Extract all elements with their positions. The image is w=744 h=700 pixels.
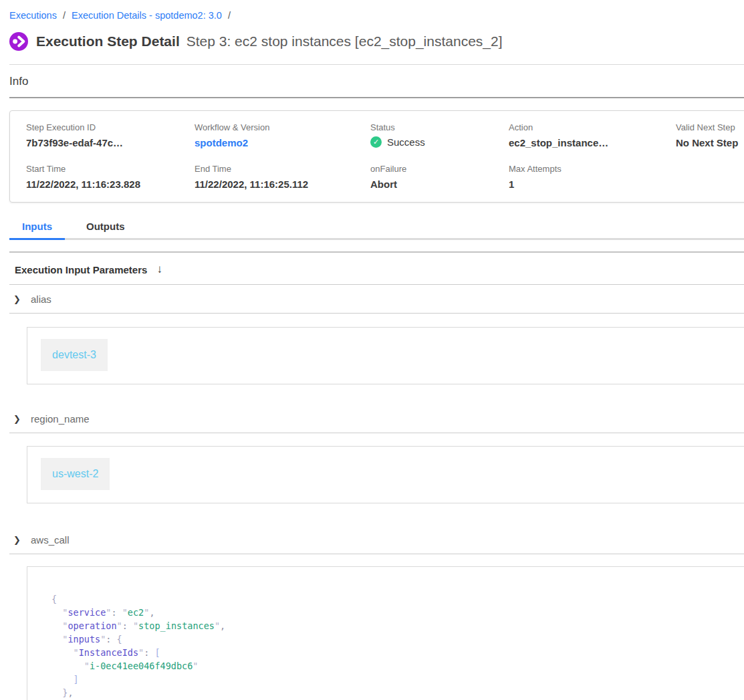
field-label: onFailure (370, 164, 509, 174)
param-header-alias[interactable]: ❯ alias (9, 285, 744, 314)
field-max-attempts: Max Attempts 1 (509, 164, 676, 190)
field-workflow-version: Workflow & Version spotdemo2 (195, 122, 370, 148)
field-action: Action ec2_stop_instance… (509, 122, 676, 148)
code-line: "service": "ec2", (51, 606, 741, 619)
code-line: "inputs": { (51, 632, 741, 646)
field-label: End Time (195, 164, 370, 174)
info-card: Step Execution ID 7b73f93e-edaf-47c… Wor… (9, 110, 744, 203)
code-line: { (51, 592, 741, 606)
param-name: region_name (31, 413, 90, 425)
workflow-link[interactable]: spotdemo2 (195, 137, 248, 148)
field-label: Valid Next Step (676, 122, 741, 132)
field-label: Max Attempts (509, 164, 676, 174)
field-value: No Next Step (676, 137, 741, 148)
field-value: 11/22/2022, 11:16:23.828 (26, 179, 195, 190)
tab-inputs[interactable]: Inputs (9, 216, 65, 240)
field-empty (676, 164, 741, 190)
param-name: aws_call (31, 534, 70, 546)
param-content-alias: devtest-3 (27, 327, 744, 384)
page-header: Execution Step Detail Step 3: ec2 stop i… (9, 30, 744, 53)
tab-outputs[interactable]: Outputs (74, 216, 138, 240)
field-value: ec2_stop_instance… (509, 137, 676, 148)
execution-input-parameters-title: Execution Input Parameters (15, 264, 147, 275)
tabbar: Inputs Outputs (9, 216, 744, 240)
code-line: "operation": "stop_instances", (51, 619, 741, 632)
code-line: }, (51, 686, 741, 699)
field-label: Status (370, 122, 509, 132)
field-label: Start Time (26, 164, 195, 174)
breadcrumb-link-executions[interactable]: Executions (9, 10, 57, 21)
region-name-value-chip: us-west-2 (41, 458, 110, 490)
field-onfailure: onFailure Abort (370, 164, 509, 190)
field-valid-next-step: Valid Next Step No Next Step (676, 122, 741, 148)
code-line: "InstanceIds": [ (51, 646, 741, 659)
field-value: Abort (370, 179, 509, 190)
divider (9, 64, 744, 65)
field-end-time: End Time 11/22/2022, 11:16:25.112 (195, 164, 370, 190)
field-step-execution-id: Step Execution ID 7b73f93e-edaf-47c… (26, 122, 195, 148)
field-value: 1 (509, 179, 676, 190)
alias-value-chip: devtest-3 (41, 339, 108, 371)
page-subtitle: Step 3: ec2 stop instances [ec2_stop_ins… (187, 33, 503, 49)
breadcrumb-link-execution-details[interactable]: Execution Details - spotdemo2: 3.0 (72, 10, 222, 21)
field-value: 11/22/2022, 11:16:25.112 (195, 179, 370, 190)
breadcrumb-separator: / (228, 10, 231, 21)
field-status: Status ✓ Success (370, 122, 509, 148)
json-code: { "service": "ec2", "operation": "stop_i… (51, 592, 741, 700)
code-line: "i-0ec41ee046f49dbc6" (51, 659, 741, 673)
field-label: Action (509, 122, 676, 132)
chevron-right-icon[interactable]: ❯ (13, 294, 31, 304)
chevron-right-icon[interactable]: ❯ (13, 414, 31, 424)
field-label: Step Execution ID (26, 122, 195, 132)
param-header-region-name[interactable]: ❯ region_name (9, 404, 744, 433)
execution-step-detail-page: { "breadcrumb": { "links": ["Executions"… (0, 0, 744, 700)
breadcrumb-separator: / (63, 10, 66, 21)
json-viewer: { "service": "ec2", "operation": "stop_i… (27, 566, 744, 700)
workflow-step-icon (9, 32, 28, 51)
param-header-aws-call[interactable]: ❯ aws_call (9, 526, 744, 554)
divider (9, 97, 744, 98)
success-check-icon: ✓ (370, 136, 382, 148)
field-value: 7b73f93e-edaf-47c… (26, 137, 195, 148)
execution-input-parameters-header: Execution Input Parameters ↓ (9, 253, 744, 285)
page-title: Execution Step Detail (36, 33, 180, 49)
chevron-right-icon[interactable]: ❯ (13, 535, 31, 545)
status-badge: Success (387, 136, 425, 148)
field-start-time: Start Time 11/22/2022, 11:16:23.828 (26, 164, 195, 190)
param-name: alias (31, 294, 51, 305)
field-label: Workflow & Version (195, 122, 370, 132)
param-content-region-name: us-west-2 (27, 446, 744, 503)
collapse-all-arrow-icon[interactable]: ↓ (156, 263, 162, 276)
code-line: ] (51, 673, 741, 686)
breadcrumb: Executions / Execution Details - spotdem… (9, 10, 744, 21)
info-section-heading: Info (9, 75, 744, 88)
